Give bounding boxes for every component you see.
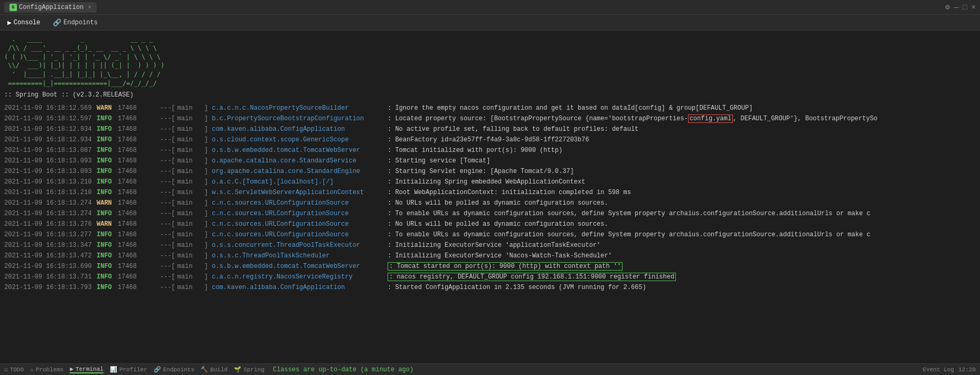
log-thread: main	[175, 198, 204, 208]
log-timestamp: 2021-11-09 16:18:13.093	[4, 167, 97, 176]
log-dashes: ---	[160, 219, 172, 229]
log-message-text: : Initializing ExecutorService 'applicat…	[388, 242, 600, 249]
log-pid: 17468	[118, 283, 160, 292]
status-todo[interactable]: ☑ TODO	[4, 366, 24, 373]
title-tab[interactable]: G ConfigApplication ×	[4, 2, 97, 13]
log-line: 2021-11-09 16:18:12.934 INFO 17468 --- […	[0, 134, 980, 145]
log-bracket-left: [	[172, 135, 175, 145]
minimize-icon[interactable]: —	[954, 3, 958, 12]
log-container: 2021-11-09 16:18:12.569 WARN 17468 --- […	[0, 103, 980, 293]
log-dashes: ---	[160, 135, 172, 145]
log-message: : Located property source: [BootstrapPro…	[388, 114, 976, 123]
log-thread: main	[175, 272, 204, 282]
log-level: INFO	[97, 167, 118, 176]
log-level: INFO	[97, 114, 118, 123]
log-class: com.kaven.alibaba.ConfigApplication	[208, 124, 388, 134]
console-tab-button[interactable]: ▶ Console	[4, 17, 43, 28]
log-bracket-left: [	[172, 188, 175, 197]
log-timestamp: 2021-11-09 16:18:12.569	[4, 103, 97, 113]
event-log-button[interactable]: Event Log	[923, 367, 954, 373]
log-bracket-right: ]	[204, 167, 208, 176]
log-bracket-left: [	[172, 177, 175, 187]
settings-icon[interactable]: ⚙	[945, 3, 949, 12]
console-icon: ▶	[7, 18, 12, 27]
log-bracket-right: ]	[204, 198, 208, 208]
log-thread: main	[175, 251, 204, 261]
log-message-text: : No active profile set, falling back to…	[388, 126, 638, 133]
close-icon[interactable]: ×	[972, 3, 976, 12]
status-build[interactable]: 🔨 Build	[201, 366, 228, 373]
highlighted-message: : Tomcat started on port(s): 9000 (http)…	[388, 262, 623, 271]
profiler-label: Profiler	[119, 367, 147, 373]
log-pid: 17468	[118, 219, 160, 229]
log-bracket-right: ]	[204, 262, 208, 271]
log-thread: main	[175, 156, 204, 166]
log-timestamp: 2021-11-09 16:18:13.276	[4, 219, 97, 229]
log-level: INFO	[97, 283, 118, 292]
log-message-text: : BeanFactory id=a23e57ff-f4a9-3a8c-9d58…	[388, 136, 589, 143]
status-bar-left: ☑ TODO ⚠ Problems ▶ Terminal 📊 Profiler …	[4, 366, 265, 373]
config-yaml-highlight: config.yaml	[688, 114, 733, 123]
build-label: Build	[210, 367, 228, 373]
log-bracket-right: ]	[204, 114, 208, 123]
log-message-text: : No URLs will be polled as dynamic conf…	[388, 220, 608, 228]
log-message-text: : To enable URLs as dynamic configuratio…	[388, 231, 871, 238]
log-thread: main	[175, 262, 204, 271]
log-bracket-right: ]	[204, 283, 208, 292]
log-bracket-right: ]	[204, 177, 208, 187]
log-dashes: ---	[160, 241, 172, 250]
log-bracket-left: [	[172, 156, 175, 166]
log-dashes: ---	[160, 209, 172, 218]
log-thread: main	[175, 124, 204, 134]
status-bar: ☑ TODO ⚠ Problems ▶ Terminal 📊 Profiler …	[0, 363, 980, 375]
log-message: : Tomcat started on port(s): 9000 (http)…	[388, 262, 976, 271]
log-thread: main	[175, 114, 204, 123]
log-pid: 17468	[118, 230, 160, 239]
log-message: : Starting service [Tomcat]	[388, 156, 976, 166]
log-bracket-right: ]	[204, 209, 208, 218]
status-endpoints[interactable]: 🔗 Endpoints	[154, 366, 194, 373]
log-level: INFO	[97, 177, 118, 187]
status-terminal[interactable]: ▶ Terminal	[70, 366, 103, 373]
maximize-icon[interactable]: □	[963, 3, 967, 12]
endpoints-tab-button[interactable]: 🔗 Endpoints	[50, 17, 101, 28]
log-level: INFO	[97, 135, 118, 145]
log-thread: main	[175, 241, 204, 250]
log-bracket-left: [	[172, 198, 175, 208]
log-class: o.apache.catalina.core.StandardService	[208, 156, 388, 166]
status-spring[interactable]: 🌱 Spring	[234, 366, 265, 373]
log-bracket-right: ]	[204, 251, 208, 261]
log-bracket-left: [	[172, 124, 175, 134]
log-pid: 17468	[118, 262, 160, 271]
todo-icon: ☑	[4, 366, 8, 373]
log-class: w.s.c.ServletWebServerApplicationContext	[208, 188, 388, 197]
log-message: : Initializing ExecutorService 'applicat…	[388, 241, 976, 250]
log-message-text: : Ignore the empty nacos configuration a…	[388, 104, 752, 112]
status-problems[interactable]: ⚠ Problems	[30, 366, 63, 373]
log-class: o.s.s.concurrent.ThreadPoolTaskExecutor	[208, 241, 388, 250]
status-profiler[interactable]: 📊 Profiler	[110, 366, 147, 373]
log-class: o.s.s.c.ThreadPoolTaskScheduler	[208, 251, 388, 261]
log-bracket-left: [	[172, 262, 175, 271]
log-bracket-right: ]	[204, 241, 208, 250]
log-dashes: ---	[160, 114, 172, 123]
terminal-icon: ▶	[70, 366, 73, 372]
log-message-text: : No URLs will be polled as dynamic conf…	[388, 199, 608, 207]
log-level: INFO	[97, 156, 118, 166]
status-bar-right: Event Log 12:28	[923, 367, 976, 373]
log-message-text: : Initializing ExecutorService 'Nacos-Wa…	[388, 252, 612, 259]
log-message: : No URLs will be polled as dynamic conf…	[388, 198, 976, 208]
log-message: : nacos registry, DEFAULT_GROUP config 1…	[388, 272, 976, 282]
log-line: 2021-11-09 16:18:13.210 INFO 17468 --- […	[0, 177, 980, 187]
endpoints-status-label: Endpoints	[163, 367, 194, 373]
console-output[interactable]: . ____ _ __ _ _ /\\ / ___'_ __ _ _(_)_ _…	[0, 31, 980, 363]
log-timestamp: 2021-11-09 16:18:13.731	[4, 272, 97, 282]
log-pid: 17468	[118, 198, 160, 208]
log-bracket-left: [	[172, 241, 175, 250]
log-timestamp: 2021-11-09 16:18:13.274	[4, 209, 97, 218]
log-bracket-left: [	[172, 219, 175, 229]
log-timestamp: 2021-11-09 16:18:13.277	[4, 230, 97, 239]
log-message-text: : Located property source: [BootstrapPro…	[388, 114, 878, 123]
tab-close-button[interactable]: ×	[88, 4, 91, 11]
log-line: 2021-11-09 16:18:12.934 INFO 17468 --- […	[0, 124, 980, 134]
